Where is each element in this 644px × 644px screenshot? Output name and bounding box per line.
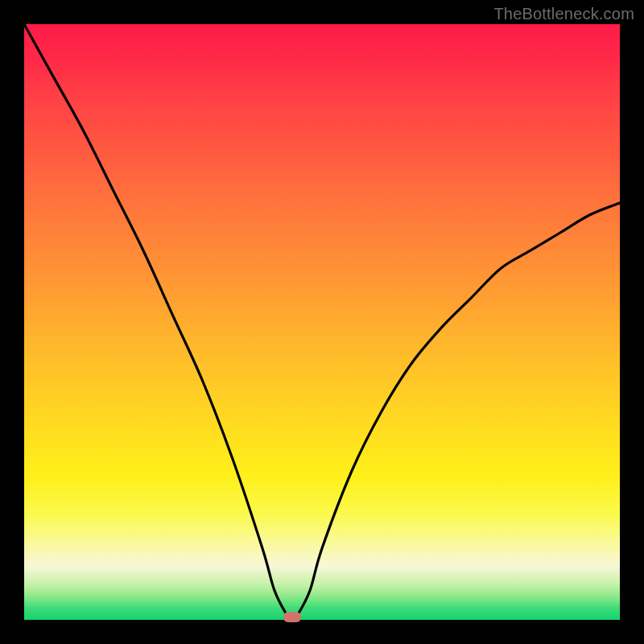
bottleneck-curve [24, 24, 620, 620]
watermark-text: TheBottleneck.com [493, 5, 634, 23]
minimum-marker-icon [283, 612, 301, 622]
chart-frame: TheBottleneck.com [0, 0, 644, 644]
